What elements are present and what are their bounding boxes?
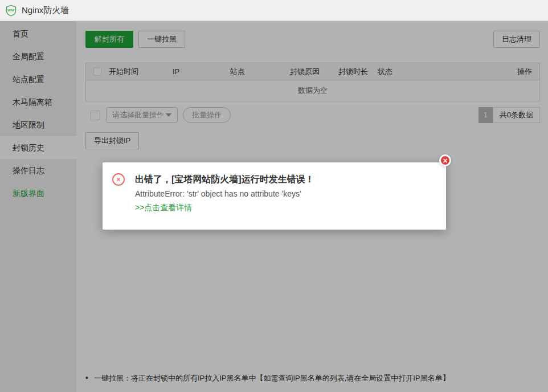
title-bar: WAF Nginx防火墙	[0, 0, 548, 21]
page-title: Nginx防火墙	[22, 5, 69, 16]
error-dialog-message: AttributeError: 'str' object has no attr…	[135, 189, 301, 198]
error-dialog: × × 出错了，[宝塔网站防火墙]运行时发生错误！ AttributeError…	[103, 162, 446, 230]
plugin-window: WAF Nginx防火墙 首页 全局配置 站点配置 木马隔离箱 地区限制 封锁历…	[0, 0, 548, 392]
error-circle-icon: ×	[112, 173, 125, 186]
error-dialog-title: 出错了，[宝塔网站防火墙]运行时发生错误！	[135, 174, 314, 186]
waf-shield-icon: WAF	[5, 5, 17, 17]
error-detail-link[interactable]: >>点击查看详情	[135, 203, 192, 213]
svg-text:WAF: WAF	[7, 9, 15, 12]
page-body: 首页 全局配置 站点配置 木马隔离箱 地区限制 封锁历史 操作日志 新版界面 解…	[0, 21, 548, 392]
close-icon[interactable]: ×	[439, 154, 451, 166]
